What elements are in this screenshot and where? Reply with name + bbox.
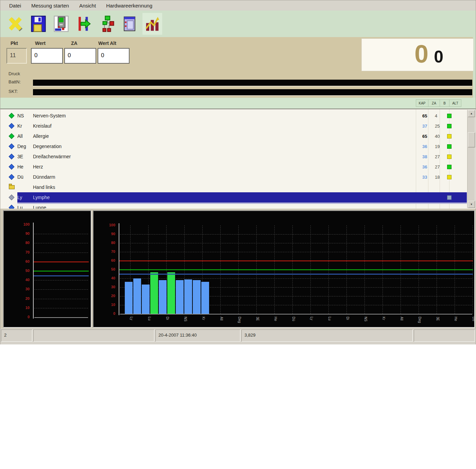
column-header[interactable]: ZA — [428, 99, 440, 107]
x-tick-label: Ly — [130, 317, 133, 324]
table-row[interactable]: KrKreislauf3725 — [0, 121, 467, 131]
node-icon — [6, 144, 17, 148]
table-row[interactable]: AllAllergie6540 — [0, 131, 467, 141]
row-kap-value: 33 — [421, 175, 433, 180]
y-tick-label: 80 — [4, 241, 30, 245]
measure-device-button[interactable] — [51, 13, 71, 35]
row-name: Dreifacherwärmer — [33, 154, 421, 159]
row-kap-value: 36 — [421, 164, 433, 169]
row-code: NS — [17, 113, 33, 118]
scrollbar-thumb[interactable] — [468, 132, 475, 147]
save-button[interactable] — [29, 13, 48, 35]
table-scrollbar[interactable]: ▲ ▼ — [467, 110, 475, 208]
chart-bar — [150, 272, 158, 314]
table-column-headers: KAPZABALT — [416, 99, 461, 107]
x-tick-label: Dü — [472, 317, 475, 324]
x-tick-label: Deg — [238, 317, 241, 324]
y-tick-label: 0 — [94, 311, 115, 316]
menu-item[interactable]: Datei — [9, 3, 21, 9]
monitor-chart: 1009080706050403020100 — [3, 210, 91, 328]
table-row[interactable]: Hand links — [0, 182, 467, 192]
chart-bar — [193, 280, 201, 314]
report-form-button[interactable] — [120, 13, 139, 35]
row-code: 3E — [17, 154, 33, 159]
table-row[interactable]: 3EDreifacherwärmer3827 — [0, 151, 467, 162]
y-tick-label: 0 — [4, 315, 30, 319]
node-icon — [6, 134, 17, 138]
chart-bar — [184, 279, 192, 314]
probe-transfer-icon — [76, 15, 92, 32]
reference-line — [34, 271, 89, 272]
x-tick-label: He — [274, 317, 277, 324]
table-row[interactable]: DegDegeneration3619 — [0, 141, 467, 151]
wert-alt-field[interactable]: 0 — [98, 48, 130, 64]
pkt-field[interactable]: 11 — [6, 48, 27, 64]
gridline-h — [34, 243, 88, 243]
column-header[interactable]: B — [440, 99, 449, 107]
wert-field[interactable]: 0 — [31, 48, 63, 64]
row-name: Degeneration — [33, 144, 421, 149]
y-tick-label: 70 — [4, 250, 30, 254]
close-button[interactable] — [6, 13, 26, 35]
menu-item[interactable]: Hardwareerkennung — [106, 3, 152, 9]
node-icon — [6, 165, 17, 169]
x-tick-label: Di — [346, 317, 350, 324]
row-za-value: 27 — [433, 164, 444, 169]
menu-item[interactable]: Ansicht — [79, 3, 96, 9]
column-header[interactable]: KAP — [416, 99, 428, 107]
status-cell: 20-4-2007 11:36:40 — [155, 329, 240, 342]
x-tick-label: Kr — [202, 317, 205, 324]
statistics-button[interactable] — [142, 13, 162, 35]
row-code: All — [17, 133, 33, 139]
gridline-h — [34, 253, 88, 253]
batt-level-bar — [33, 80, 472, 86]
table-row[interactable]: LuLunge — [0, 203, 467, 209]
row-status-cell — [444, 114, 454, 118]
row-code: Dü — [17, 174, 33, 180]
table-row[interactable]: NSNerven-System654 — [0, 111, 467, 121]
table-row[interactable]: LyLymphe — [0, 192, 467, 203]
status-square — [447, 124, 452, 128]
column-header[interactable]: ALT — [449, 99, 461, 107]
profile-chart: 1009080706050403020100LyLuDiNSKrAllDeg3E… — [93, 210, 475, 328]
row-status-cell — [444, 144, 454, 149]
y-tick-label: 50 — [94, 267, 115, 271]
za-field[interactable]: 0 — [64, 48, 96, 64]
gridline-h — [120, 234, 472, 234]
menu-item[interactable]: Messung starten — [31, 3, 69, 9]
x-tick-label: 3E — [436, 317, 440, 324]
scroll-up-icon[interactable]: ▲ — [468, 110, 475, 117]
node-icon — [6, 206, 17, 209]
table-header-strip: KAPZABALT — [0, 98, 476, 109]
status-square — [447, 134, 452, 139]
y-tick-label: 80 — [94, 241, 115, 245]
node-icon — [6, 195, 17, 199]
row-kap-value: 38 — [421, 154, 433, 159]
chart-bar — [159, 280, 167, 314]
x-tick-label: All — [220, 317, 223, 324]
pkt-label: Pkt — [11, 41, 18, 46]
point-network-icon — [99, 15, 115, 32]
reflection-fade — [0, 344, 476, 469]
x-tick-label: NS — [364, 317, 368, 324]
y-tick-label: 70 — [94, 249, 115, 254]
x-tick-label: Di — [166, 317, 169, 324]
status-cell: 2 — [1, 329, 32, 342]
reference-line — [34, 275, 89, 276]
table-row[interactable]: DüDünndarm3318 — [0, 172, 467, 182]
reference-line — [119, 260, 473, 261]
row-za-value: 25 — [433, 124, 444, 129]
row-name: Herz — [33, 164, 421, 169]
point-network-button[interactable] — [97, 13, 117, 35]
status-cell — [33, 329, 154, 342]
y-tick-label: 100 — [4, 222, 30, 226]
wert-alt-label: Wert Alt — [98, 41, 116, 46]
toolbar — [0, 11, 476, 37]
value-display: 0 0 — [361, 38, 474, 71]
status-square — [447, 114, 452, 118]
x-tick-label: Lu — [328, 317, 332, 324]
table-row[interactable]: HeHerz3627 — [0, 162, 467, 172]
status-bar: 220-4-2007 11:36:403,829 — [0, 328, 476, 344]
scroll-down-icon[interactable]: ▼ — [468, 201, 475, 208]
probe-transfer-button[interactable] — [74, 13, 94, 35]
